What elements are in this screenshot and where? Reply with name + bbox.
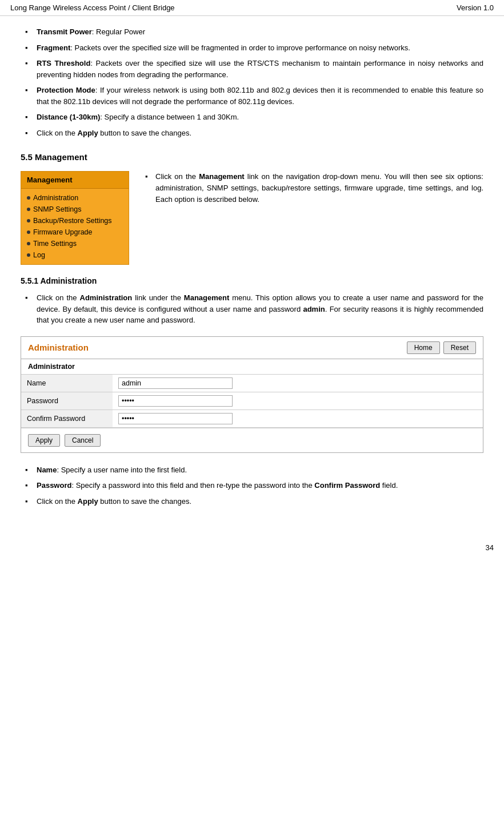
management-menu-items: Administration SNMP Settings Backup/Rest… (21, 189, 129, 264)
menu-item-administration[interactable]: Administration (21, 192, 129, 204)
bullet-distance: Distance (1-30km): Specify a distance be… (21, 112, 483, 123)
admin-header-buttons: Home Reset (407, 341, 476, 354)
section-551-intro-text: Click on the Administration link under t… (37, 293, 483, 324)
menu-item-time[interactable]: Time Settings (21, 238, 129, 249)
password-input[interactable] (118, 395, 233, 407)
rts-label: RTS Threshold (37, 59, 90, 67)
management-desc-item: Click on the Management link on the navi… (143, 171, 483, 205)
protection-label: Protection Mode (37, 86, 95, 94)
apply-bottom-text: Click on the Apply button to save the ch… (37, 497, 191, 506)
bullet-password: Password: Specify a password into this f… (21, 480, 483, 491)
bullet-protection: Protection Mode: If your wireless networ… (21, 85, 483, 107)
transmit-power-text: : Regular Power (92, 27, 145, 36)
header-right: Version 1.0 (457, 3, 494, 12)
fragment-label: Fragment (37, 43, 70, 52)
protection-text: : If your wireless network is using both… (37, 86, 483, 106)
admin-panel-title: Administration (28, 343, 89, 352)
admin-table: Name Password Confirm Password (21, 375, 483, 428)
bullet-apply-intro: Click on the Apply button to save the ch… (21, 128, 483, 139)
bullet-rts: RTS Threshold: Packets over the specifie… (21, 58, 483, 80)
password-bullet-text: : Specify a password into this field and… (71, 481, 398, 490)
intro-bullet-list: Transmit Power: Regular Power Fragment: … (21, 26, 483, 138)
management-menu-title: Management (21, 172, 129, 189)
fragment-text: : Packets over the specified size will b… (70, 43, 410, 52)
confirm-password-value (113, 410, 483, 427)
name-bullet-text: : Specify a user name into the first fie… (57, 466, 187, 474)
table-row-password: Password (21, 392, 483, 410)
menu-dot-log (27, 253, 30, 257)
menu-dot-time (27, 242, 30, 245)
bullet-name: Name: Specify a user name into the first… (21, 464, 483, 476)
cancel-button[interactable]: Cancel (65, 434, 101, 447)
name-bullet-label: Name (37, 466, 57, 474)
admin-actions: Apply Cancel (21, 428, 483, 452)
menu-item-snmp[interactable]: SNMP Settings (21, 204, 129, 215)
confirm-password-label: Confirm Password (21, 410, 113, 427)
menu-dot-firmware (27, 230, 30, 234)
menu-item-log[interactable]: Log (21, 249, 129, 261)
section-551-bullets: Name: Specify a user name into the first… (21, 464, 483, 507)
apply-intro-text: Click on the Apply button to save the ch… (37, 129, 191, 137)
bullet-transmit-power: Transmit Power: Regular Power (21, 26, 483, 38)
table-row-confirm-password: Confirm Password (21, 410, 483, 427)
menu-item-firmware[interactable]: Firmware Upgrade (21, 226, 129, 238)
table-row-name: Name (21, 375, 483, 392)
name-input[interactable] (118, 377, 233, 389)
page-header: Long Range Wireless Access Point / Clien… (0, 0, 504, 16)
name-label: Name (21, 375, 113, 392)
management-description: Click on the Management link on the navi… (143, 171, 483, 209)
distance-label: Distance (1-30km) (37, 113, 100, 121)
menu-dot-backup (27, 219, 30, 222)
header-left: Long Range Wireless Access Point / Clien… (10, 3, 175, 12)
bullet-fragment: Fragment: Packets over the specified siz… (21, 42, 483, 54)
section-551-intro-bullet: Click on the Administration link under t… (21, 292, 483, 326)
password-bullet-label: Password (37, 481, 71, 490)
page-footer: 34 (0, 540, 504, 555)
rts-text: : Packets over the specified size will u… (37, 59, 483, 79)
bullet-apply-bottom: Click on the Apply button to save the ch… (21, 496, 483, 507)
page-content: Transmit Power: Regular Power Fragment: … (0, 16, 504, 528)
menu-item-backup[interactable]: Backup/Restore Settings (21, 215, 129, 226)
menu-dot-administration (27, 196, 30, 200)
password-label: Password (21, 392, 113, 410)
menu-label-snmp: SNMP Settings (33, 205, 82, 213)
menu-dot-snmp (27, 208, 30, 211)
management-area: Management Administration SNMP Settings … (21, 171, 483, 265)
name-value (113, 375, 483, 392)
admin-section-label: Administrator (21, 359, 483, 375)
transmit-power-label: Transmit Power (37, 27, 92, 36)
home-button[interactable]: Home (407, 341, 440, 354)
menu-label-time: Time Settings (33, 240, 77, 248)
menu-label-backup: Backup/Restore Settings (33, 217, 112, 225)
page-number: 34 (486, 543, 494, 552)
apply-button[interactable]: Apply (28, 434, 60, 447)
menu-label-firmware: Firmware Upgrade (33, 228, 93, 236)
password-value (113, 392, 483, 410)
menu-label-log: Log (33, 251, 45, 259)
section-551-intro-list: Click on the Administration link under t… (21, 292, 483, 326)
reset-button[interactable]: Reset (443, 341, 476, 354)
management-menu-box: Management Administration SNMP Settings … (21, 171, 129, 265)
admin-panel-header: Administration Home Reset (21, 337, 483, 359)
confirm-password-input[interactable] (118, 413, 233, 424)
menu-label-administration: Administration (33, 194, 78, 202)
distance-text: : Specify a distance between 1 and 30Km. (100, 113, 239, 121)
administration-panel: Administration Home Reset Administrator … (21, 336, 483, 453)
section-551-heading: 5.5.1 Administration (21, 276, 483, 285)
section-55-heading: 5.5 Management (21, 152, 483, 162)
